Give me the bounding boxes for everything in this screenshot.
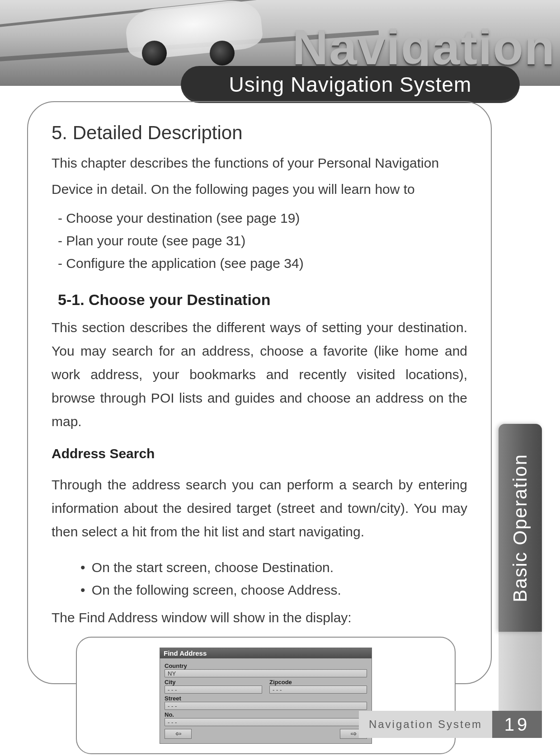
body-paragraph: The Find Address window will show in the… (52, 607, 467, 629)
city-field[interactable]: - - - (165, 686, 262, 694)
section-heading: 5-1. Choose your Destination (58, 291, 467, 309)
window-title: Find Address (160, 648, 372, 658)
car-wheel (210, 41, 235, 66)
dash-list: Choose your destination (see page 19) Pl… (58, 207, 467, 275)
section-title-pill: Using Navigation System (181, 66, 520, 103)
side-tab-label: Basic Operation (509, 454, 531, 602)
page-number: 19 (492, 711, 542, 738)
bullet-list: On the start screen, choose Destination.… (80, 556, 467, 601)
list-item: On the start screen, choose Destination. (80, 556, 467, 579)
content-box: 5. Detailed Description This chapter des… (27, 101, 492, 684)
city-label: City (165, 679, 262, 686)
list-item: Plan your route (see page 31) (58, 230, 467, 252)
footer-label: Navigation System (359, 711, 492, 738)
footer-bar: Navigation System 19 (0, 711, 560, 738)
intro-paragraph: This chapter describes the functions of … (52, 150, 467, 202)
chapter-heading: 5. Detailed Description (52, 122, 467, 144)
list-item: On the following screen, choose Address. (80, 579, 467, 601)
street-field[interactable]: - - - (165, 702, 367, 710)
car-wheel (142, 41, 167, 66)
country-label: Country (165, 662, 367, 669)
country-field[interactable]: NY (165, 669, 367, 677)
side-tab: Basic Operation (499, 424, 542, 632)
body-paragraph: This section describes the different way… (52, 316, 467, 433)
zipcode-label: Zipcode (269, 679, 367, 686)
section-title-text: Using Navigation System (229, 72, 472, 97)
list-item: Configure the application (see page 34) (58, 252, 467, 275)
body-paragraph: Through the address search you can perfo… (52, 473, 467, 544)
subsection-heading: Address Search (52, 446, 467, 461)
street-label: Street (165, 695, 367, 702)
zipcode-field[interactable]: - - - (269, 686, 367, 694)
list-item: Choose your destination (see page 19) (58, 207, 467, 230)
